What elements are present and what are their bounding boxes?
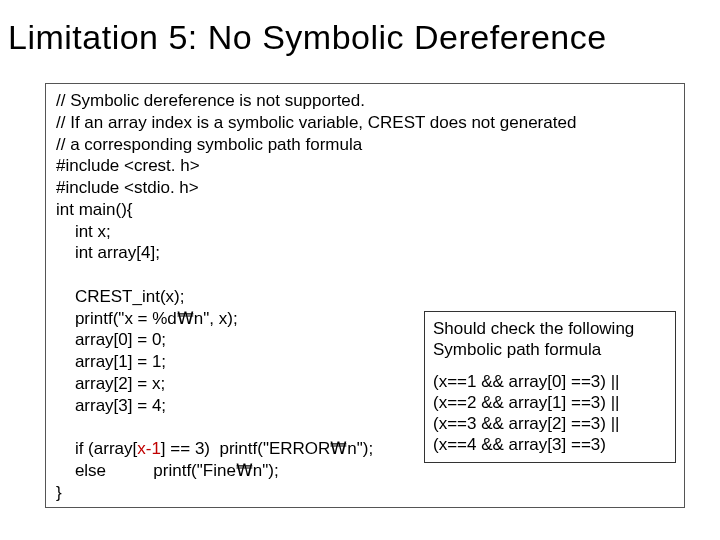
code-text: ] == 3) printf("ERROR₩n"); [161, 439, 373, 458]
code-line: array[2] = x; [56, 374, 165, 393]
code-line: CREST_int(x); [56, 287, 184, 306]
code-line: #include <crest. h> [56, 156, 200, 175]
code-line: array[0] = 0; [56, 330, 166, 349]
anno-formula: (x==2 && array[1] ==3) || [433, 392, 667, 413]
highlight-index: x-1 [137, 439, 161, 458]
code-line: array[3] = 4; [56, 396, 166, 415]
code-line: // Symbolic dereference is not supported… [56, 91, 365, 110]
code-text: if (array[ [56, 439, 137, 458]
code-line: #include <stdio. h> [56, 178, 199, 197]
code-line: // If an array index is a symbolic varia… [56, 113, 576, 132]
code-line: int x; [56, 222, 111, 241]
anno-formula: (x==4 && array[3] ==3) [433, 434, 667, 455]
anno-formula: (x==1 && array[0] ==3) || [433, 371, 667, 392]
code-line: array[1] = 1; [56, 352, 166, 371]
code-line: printf("x = %d₩n", x); [56, 309, 238, 328]
anno-line: Symbolic path formula [433, 339, 667, 360]
code-line: else printf("Fine₩n"); [56, 461, 279, 480]
anno-formula: (x==3 && array[2] ==3) || [433, 413, 667, 434]
code-line: if (array[x-1] == 3) printf("ERROR₩n"); [56, 439, 373, 458]
code-line: // a corresponding symbolic path formula [56, 135, 362, 154]
code-line: int main(){ [56, 200, 133, 219]
code-line: int array[4]; [56, 243, 160, 262]
code-line: } [56, 483, 62, 502]
slide-title: Limitation 5: No Symbolic Dereference [0, 0, 720, 65]
anno-line: Should check the following [433, 318, 667, 339]
annotation-box: Should check the following Symbolic path… [424, 311, 676, 463]
spacer [433, 361, 667, 371]
